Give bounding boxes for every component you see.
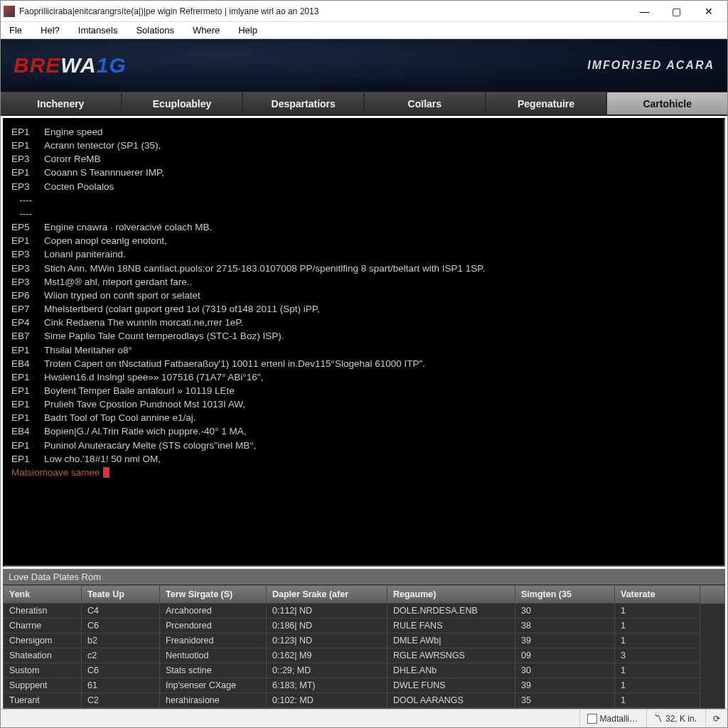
tab-cartohicle[interactable]: Cartohicle (607, 92, 727, 114)
menu-help2[interactable]: Help (235, 23, 260, 37)
table-cell: Supppent (4, 678, 82, 693)
tab-inchenery[interactable]: Inchenery (1, 92, 122, 114)
terminal-line: EP1Copen anopl ceanlg enotont, (11, 234, 717, 247)
menu-solations[interactable]: Solations (133, 23, 176, 37)
brand-header: BREWA1G IMFORI3ED ACARA (1, 39, 727, 92)
table-cell: 3 (615, 648, 700, 663)
terminal-line: EP3Stich Ann. MWin 18NB cantiact.puols:o… (11, 262, 717, 275)
table-header-cell[interactable]: Terw Sirgate (S) (160, 586, 267, 604)
table-cell: RGLE AWRSNGS (387, 648, 515, 663)
tab-despartatiors[interactable]: Despartatiors (243, 92, 365, 114)
table-header-cell[interactable]: Yenk (4, 586, 82, 604)
window-controls: — ▢ ✕ (628, 1, 724, 21)
table-cell: 35 (515, 693, 615, 708)
table-cell: C6 (82, 663, 160, 678)
app-icon (4, 6, 15, 17)
status-label-left: Madtalli… (600, 714, 638, 724)
menu-where[interactable]: Where (190, 23, 223, 37)
table-row[interactable]: TuerantC2herahirasione0:102: MDDOOL AARA… (4, 693, 724, 708)
terminal-panel[interactable]: EP1Engine speedEP1Acrann tentector (SP1 … (3, 118, 725, 567)
table-cell: DWLE FUNS (387, 678, 515, 693)
table-cell: 1 (615, 663, 700, 678)
table-row[interactable]: CheratisnC4Arcahoored0:112| NDDOLE.NRDES… (4, 604, 724, 619)
maximize-button[interactable]: ▢ (660, 1, 692, 21)
table-cell: 0:112| ND (267, 604, 387, 619)
menu-file[interactable]: Fle (6, 23, 25, 37)
terminal-line: EP4Cink Redaena The wunnln morcati.ne,rr… (11, 316, 717, 329)
table-header-cell[interactable]: Teate Up (82, 586, 160, 604)
table-row[interactable]: Supppent61Inp'senser CXage6:183; MT)DWLE… (4, 678, 724, 693)
table-cell: Chersigom (4, 633, 82, 648)
table-header-cell[interactable]: Dapler Srake (afer (267, 586, 387, 604)
terminal-prompt[interactable]: Matsiomoave samee (11, 466, 717, 479)
terminal-line: EP7Mhelstertberd (colart guport gred 1ol… (11, 302, 717, 316)
document-icon (587, 714, 597, 724)
terminal-line: EP1Hwslen16.d Inslngl spee»» 107516 (71A… (11, 370, 717, 384)
table-cell: 61 (82, 678, 160, 693)
terminal-line: EP1Acrann tentector (SP1 (35), (11, 139, 717, 152)
table-header-cell[interactable]: Simgten (35 (515, 586, 615, 604)
logo-part3: 1G (97, 53, 127, 77)
table-cell: 39 (515, 678, 615, 693)
terminal-line: EB7Sime Paplio Tale Count temperodlays (… (11, 329, 717, 343)
table-cell: 1 (615, 604, 700, 619)
terminal-line: EP6Wiion tryped on conft sport or selate… (11, 289, 717, 302)
table-cell: DHLE.ANb (387, 663, 515, 678)
terminal-line: EP1Engine speed (11, 125, 717, 139)
terminal-line: EP1Boylent Temper Baile antalourI » 1011… (11, 384, 717, 397)
close-button[interactable]: ✕ (692, 1, 724, 21)
table-cell: c2 (82, 648, 160, 663)
tab-coïlars[interactable]: Coïlars (365, 92, 486, 114)
table-cell: 30 (515, 663, 615, 678)
menu-help1[interactable]: Hel? (38, 23, 63, 37)
table-header: YenkTeate UpTerw Sirgate (S)Dapler Srake… (4, 586, 724, 604)
table-cell: Prcendored (160, 619, 267, 633)
tab-ecuploabley[interactable]: Ecuploabley (122, 92, 244, 114)
table-cell: DMLE AWb| (387, 633, 515, 648)
status-doc[interactable]: Madtalli… (579, 710, 638, 727)
menu-imtansels[interactable]: Imtansels (75, 23, 121, 37)
table-cell: Cheratisn (4, 604, 82, 619)
table-cell: Shateation (4, 648, 82, 663)
app-window: Faoprilliciraba|enitcarangrsíte(a|)|pe w… (0, 0, 728, 728)
tab-pegenatuire[interactable]: Pegenatuire (486, 92, 608, 114)
table-header-cell[interactable]: Vaterate (615, 586, 700, 604)
status-label-right: 32, K in. (665, 714, 697, 724)
table-cell: 0::29; MD (267, 663, 387, 678)
minimize-button[interactable]: — (628, 1, 660, 21)
data-panel-title: Love Data Plates Rom (3, 569, 725, 585)
table-row[interactable]: SustomC6Stats sctine0::29; MDDHLE.ANb301 (4, 663, 724, 678)
table-cell: Tuerant (4, 693, 82, 708)
table-header-cell[interactable]: Regaume) (387, 586, 515, 604)
terminal-line: EP3Cororr ReMB (11, 152, 717, 166)
table-cell: 09 (515, 648, 615, 663)
menubar: Fle Hel? Imtansels Solations Where Help (1, 22, 727, 39)
titlebar: Faoprilliciraba|enitcarangrsíte(a|)|pe w… (1, 1, 727, 22)
table-cell: b2 (82, 633, 160, 648)
table-cell: 1 (615, 633, 700, 648)
statusbar: Madtalli… 〽 32, K in. ⟳ (1, 709, 727, 727)
brand-subtitle: IMFORI3ED ACARA (587, 59, 714, 72)
terminal-line: EP1Cooann S Teannnuerer IMP, (11, 166, 717, 179)
table-row[interactable]: Shateationc2Nentuotiod0:162| M9RGLE AWRS… (4, 648, 724, 663)
table-cell: 1 (615, 619, 700, 633)
table-cell: C6 (82, 619, 160, 633)
table-cell: 0:123| ND (267, 633, 387, 648)
table-cell: RULE FANS (387, 619, 515, 633)
table-cell: 30 (515, 604, 615, 619)
table-cell: 0:186| ND (267, 619, 387, 633)
terminal-line: ---- (11, 193, 717, 207)
table-cell: 6:183; MT) (267, 678, 387, 693)
terminal-line: EP3Mst1@® ahl, nteport gerdant fare.. (11, 275, 717, 289)
terminal-line: EP1Thsilal Meritaher o8° (11, 343, 717, 357)
status-refresh[interactable]: ⟳ (705, 710, 720, 727)
table-cell: Nentuotiod (160, 648, 267, 663)
cursor-icon (103, 467, 109, 478)
table-row[interactable]: CharrneC6Prcendored0:186| NDRULE FANS381 (4, 619, 724, 633)
table-cell: Charrne (4, 619, 82, 633)
table-row[interactable]: Chersigomb2Freanidored0:123| NDDMLE AWb|… (4, 633, 724, 648)
refresh-icon: ⟳ (713, 714, 720, 724)
table-cell: 0:162| M9 (267, 648, 387, 663)
status-net[interactable]: 〽 32, K in. (646, 710, 697, 727)
table-cell: 1 (615, 693, 700, 708)
